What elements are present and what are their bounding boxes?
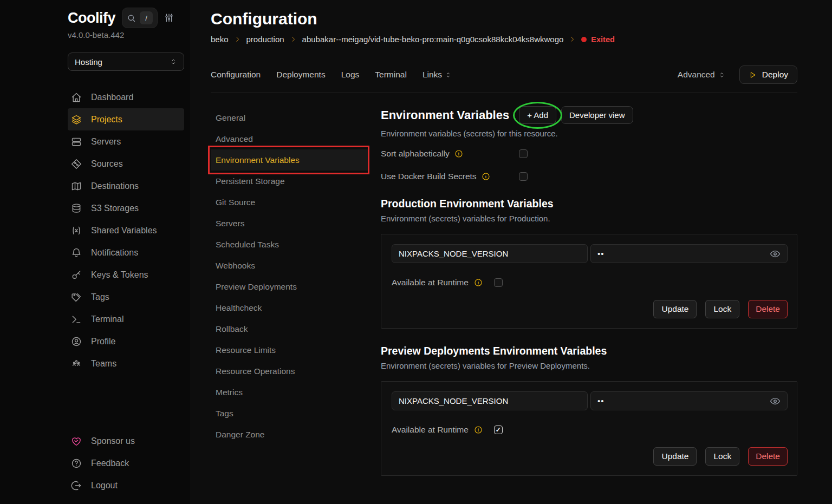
breadcrumb-environment[interactable]: production [246,35,284,44]
sidebar-item-sources[interactable]: Sources [68,153,184,175]
advanced-dropdown[interactable]: Advanced [678,70,725,80]
sidebar-footer: Sponsor us Feedback Logout [68,430,184,496]
subnav-item-resource-limits[interactable]: Resource Limits [211,339,368,361]
filters-button[interactable] [164,13,174,23]
update-button[interactable]: Update [653,300,697,318]
sort-alphabetically-checkbox[interactable] [519,149,528,158]
option-label: Sort alphabetically [381,149,450,159]
breadcrumb: beko production abubakar--meigag/vid-tub… [211,35,797,44]
delete-button[interactable]: Delete [748,447,788,466]
subnav-item-metrics[interactable]: Metrics [211,382,368,403]
production-section-description: Environment (secrets) variables for Prod… [381,214,797,223]
add-variable-button[interactable]: + Add [519,106,556,124]
sidebar-item-label: Destinations [91,181,139,191]
variable-name-input[interactable] [392,391,588,410]
breadcrumb-project[interactable]: beko [211,35,229,44]
chevron-right-icon [234,36,241,43]
subnav-item-servers[interactable]: Servers [211,213,368,234]
developer-view-button[interactable]: Developer view [561,106,633,124]
search-button[interactable]: / [122,8,158,28]
breadcrumb-resource[interactable]: abubakar--meigag/vid-tube-beko-pro:main-… [302,35,564,44]
logout-icon [71,480,82,491]
available-at-runtime-checkbox[interactable] [494,278,503,287]
subnav-item-tags[interactable]: Tags [211,403,368,424]
docker-build-secrets-checkbox[interactable] [519,172,528,181]
tab-logs[interactable]: Logs [341,70,360,80]
subnav-item-rollback[interactable]: Rollback [211,318,368,339]
subnav-item-environment-variables[interactable]: Environment Variables [211,149,368,171]
chevron-up-down-icon [170,58,177,66]
available-at-runtime-checkbox[interactable] [494,426,503,434]
sidebar-item-notifications[interactable]: Notifications [68,241,184,264]
info-icon [474,426,483,434]
subnav-item-webhooks[interactable]: Webhooks [211,255,368,276]
sidebar-item-destinations[interactable]: Destinations [68,175,184,197]
tab-deployments[interactable]: Deployments [276,70,325,80]
status-text: Exited [591,35,615,44]
info-icon [454,149,463,158]
subnav-item-git-source[interactable]: Git Source [211,192,368,213]
play-icon [749,71,757,79]
subnav-item-general[interactable]: General [211,107,368,128]
sidebar-item-profile[interactable]: Profile [68,330,184,352]
lock-button[interactable]: Lock [705,300,739,318]
sidebar-item-logout[interactable]: Logout [68,474,184,496]
key-icon [71,270,82,280]
tab-terminal[interactable]: Terminal [375,70,407,80]
user-circle-icon [71,336,82,347]
sliders-icon [164,13,174,23]
variable-value-input[interactable] [590,391,788,410]
sidebar-item-label: Logout [91,481,118,490]
deploy-button[interactable]: Deploy [739,66,797,84]
subnav-item-persistent-storage[interactable]: Persistent Storage [211,171,368,192]
sidebar-item-sponsor-us[interactable]: Sponsor us [68,430,184,452]
sidebar-item-projects[interactable]: Projects [68,108,184,130]
subnav-item-resource-operations[interactable]: Resource Operations [211,361,368,382]
subnav-item-healthcheck[interactable]: Healthcheck [211,297,368,318]
tab-links[interactable]: Links [422,70,452,80]
option-docker-build-secrets: Use Docker Build Secrets [381,172,797,181]
sidebar-item-label: Terminal [91,315,123,324]
resource-tabs: Configuration Deployments Logs Terminal … [211,70,452,80]
team-select-value: Hosting [75,57,102,67]
app-logo: Coolify [68,10,115,27]
section-description: Environment variables (secrets) for this… [381,129,797,138]
team-select[interactable]: Hosting [68,53,184,71]
tag-icon [71,292,82,303]
subnav-item-danger-zone[interactable]: Danger Zone [211,424,368,445]
sidebar-item-keys-tokens[interactable]: Keys & Tokens [68,264,184,286]
delete-button[interactable]: Delete [748,300,788,318]
sidebar-item-s3-storages[interactable]: S3 Storages [68,197,184,219]
reveal-value-button[interactable] [770,396,781,407]
main-area: Configuration beko production abubakar--… [191,0,832,504]
sidebar-item-servers[interactable]: Servers [68,130,184,153]
sidebar-item-dashboard[interactable]: Dashboard [68,86,184,108]
runtime-option-row: Available at Runtime [392,278,788,287]
sidebar-item-label: Keys & Tokens [91,270,148,280]
bell-icon [71,247,82,258]
lock-button[interactable]: Lock [705,447,739,466]
sidebar: Coolify / v4.0.0-beta.442 Hosting Dashbo… [0,0,191,504]
sidebar-item-terminal[interactable]: Terminal [68,308,184,330]
tabbar-actions: Advanced Deploy [678,66,797,84]
sidebar-item-label: Notifications [91,248,138,258]
update-button[interactable]: Update [653,447,697,466]
variable-value-input[interactable] [590,244,788,263]
database-icon [71,203,82,214]
tab-configuration[interactable]: Configuration [211,70,261,80]
sidebar-item-teams[interactable]: Teams [68,352,184,375]
subnav-item-advanced[interactable]: Advanced [211,128,368,149]
sidebar-item-label: Sources [91,159,123,169]
sidebar-nav: Dashboard Projects Servers Sources Desti… [68,86,184,375]
subnav-item-scheduled-tasks[interactable]: Scheduled Tasks [211,234,368,255]
sidebar-item-shared-variables[interactable]: Shared Variables [68,219,184,241]
help-circle-icon [71,458,82,469]
sidebar-item-label: Dashboard [91,93,133,102]
sidebar-item-tags[interactable]: Tags [68,286,184,308]
reveal-value-button[interactable] [770,248,781,259]
runtime-label: Available at Runtime [392,425,469,435]
variable-name-input[interactable] [392,244,588,263]
subnav-item-preview-deployments[interactable]: Preview Deployments [211,276,368,297]
status-dot-icon [581,37,587,42]
sidebar-item-feedback[interactable]: Feedback [68,452,184,474]
